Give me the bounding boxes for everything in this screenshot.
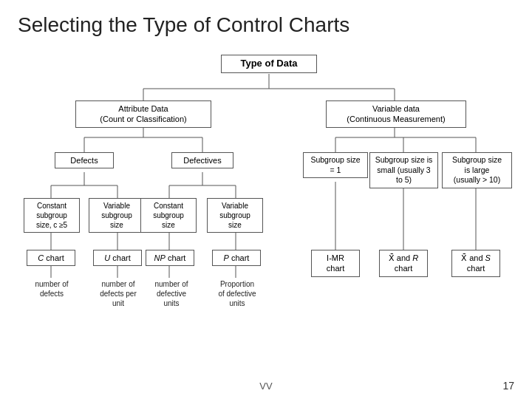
root-node: Type of Data xyxy=(221,55,317,73)
u-chart-desc: number ofdefects perunit xyxy=(90,279,146,308)
const-subgroup-def-node: Constantsubgroupsize xyxy=(140,198,197,233)
defects-node: Defects xyxy=(55,152,114,168)
p-chart-node: P chart xyxy=(212,250,261,266)
tree-diagram: Type of Data Attribute Data(Count or Cla… xyxy=(18,50,520,375)
page-number: 17 xyxy=(502,380,514,392)
c-chart-desc: number ofdefects xyxy=(25,279,78,299)
xbar-r-chart-node: X̄ and Rchart xyxy=(379,250,428,277)
u-chart-node: U chart xyxy=(93,250,142,266)
const-subgroup-defects-node: Constantsubgroupsize, c ≥5 xyxy=(24,198,80,233)
var-subgroup-def-node: Variablesubgroupsize xyxy=(207,198,263,233)
subgroup-size-small-node: Subgroup size issmall (usually 3to 5) xyxy=(369,152,438,188)
np-chart-desc: number ofdefectiveunits xyxy=(143,279,200,308)
vv-label: VV xyxy=(259,381,272,392)
p-chart-desc: Proportionof defectiveunits xyxy=(208,279,266,308)
xbar-s-chart-node: X̄ and Schart xyxy=(451,250,500,277)
c-chart-node: C chart xyxy=(27,250,75,266)
page: Selecting the Type of Control Charts xyxy=(0,0,532,399)
attribute-data-node: Attribute Data(Count or Classification) xyxy=(75,100,211,128)
variable-data-node: Variable data(Continuous Measurement) xyxy=(326,100,466,128)
np-chart-node: NP chart xyxy=(146,250,194,266)
subgroup-size-1-node: Subgroup size= 1 xyxy=(303,152,368,178)
subgroup-size-large-node: Subgroup sizeis large(usually > 10) xyxy=(442,152,512,188)
imr-chart-node: I-MRchart xyxy=(311,250,360,277)
page-title: Selecting the Type of Control Charts xyxy=(18,13,514,37)
var-subgroup-defects-node: Variablesubgroupsize xyxy=(89,198,145,233)
defectives-node: Defectives xyxy=(171,152,233,168)
